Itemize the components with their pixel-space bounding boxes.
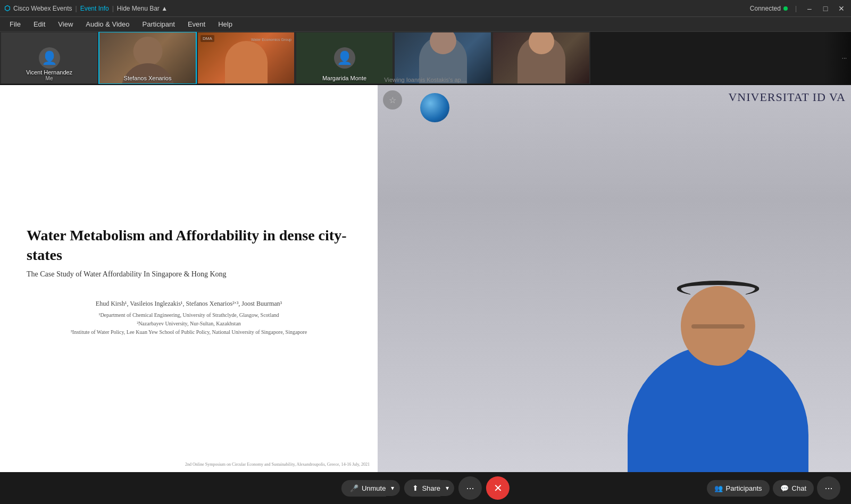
share-caret[interactable]: ▾ xyxy=(440,480,454,496)
connected-dot xyxy=(783,6,788,11)
menu-file[interactable]: File xyxy=(4,19,26,29)
star-button[interactable]: ☆ xyxy=(383,90,402,110)
chat-label: Chat xyxy=(792,484,806,492)
blue-sphere-decoration xyxy=(420,93,449,122)
menu-bar: File Edit View Audio & Video Participant… xyxy=(0,17,851,32)
unmute-button[interactable]: 🎤 Unmute xyxy=(341,480,386,497)
speaker-area: VNIVERSITAT ID VA ☆ xyxy=(378,85,851,472)
slide-authors: Ehud Kirsh¹, Vasileios Inglezakis¹, Stef… xyxy=(27,300,351,308)
share-group: ⬆ Share ▾ xyxy=(404,480,454,497)
close-button[interactable]: ✕ xyxy=(836,3,847,14)
bottom-bar: 🎤 Unmute ▾ ⬆ Share ▾ ··· ✕ xyxy=(0,472,851,504)
slide-area: Water Metabolism and Affordability in de… xyxy=(0,85,378,472)
speaker-video-bg: VNIVERSITAT ID VA ☆ xyxy=(378,85,851,472)
bottom-toolbar-right: 👥 Participants 💬 Chat ··· xyxy=(707,476,840,500)
separator2: | xyxy=(112,5,114,12)
participants-button[interactable]: 👥 Participants xyxy=(707,480,770,497)
slide-footer: 2nd Online Symposium on Circular Economy… xyxy=(185,462,370,467)
caret-icon: ▾ xyxy=(391,484,394,492)
menu-help[interactable]: Help xyxy=(213,19,238,29)
share-icon: ⬆ xyxy=(412,484,419,492)
more-options-button[interactable]: ··· xyxy=(458,476,482,500)
right-more-button[interactable]: ··· xyxy=(817,476,840,500)
event-info-link[interactable]: Event Info xyxy=(80,5,109,12)
slide-subtitle: The Case Study of Water Affordability In… xyxy=(27,270,351,279)
slide-content: Water Metabolism and Affordability in de… xyxy=(0,85,378,472)
participants-icon: 👥 xyxy=(714,484,723,492)
main-content: Water Metabolism and Affordability in de… xyxy=(0,85,851,472)
unmute-caret[interactable]: ▾ xyxy=(386,480,399,496)
slide-title: Water Metabolism and Affordability in de… xyxy=(27,226,351,265)
app-name: Cisco Webex Events xyxy=(13,5,72,12)
app-logo: ⬡ xyxy=(4,4,10,12)
share-caret-icon: ▾ xyxy=(446,484,449,492)
share-label: Share xyxy=(422,484,440,492)
connection-status: Connected xyxy=(750,5,788,12)
chat-button[interactable]: 💬 Chat xyxy=(773,480,814,497)
right-more-icon: ··· xyxy=(824,483,832,494)
speaker-figure xyxy=(585,85,851,472)
maximize-button[interactable]: □ xyxy=(820,3,831,14)
share-button[interactable]: ⬆ Share xyxy=(404,480,440,497)
menu-audio-video[interactable]: Audio & Video xyxy=(80,19,135,29)
title-bar-left: ⬡ Cisco Webex Events | Event Info | Hide… xyxy=(4,4,168,12)
participants-label: Participants xyxy=(726,484,762,492)
hide-menu-bar-btn[interactable]: Hide Menu Bar ▲ xyxy=(117,5,168,12)
menu-edit[interactable]: Edit xyxy=(28,19,51,29)
menu-participant[interactable]: Participant xyxy=(137,19,180,29)
star-icon: ☆ xyxy=(389,95,396,105)
title-bar-right: Connected | – □ ✕ xyxy=(750,3,847,14)
menu-view[interactable]: View xyxy=(53,19,78,29)
chat-icon: 💬 xyxy=(780,484,789,492)
connected-label: Connected xyxy=(750,5,781,12)
menu-event[interactable]: Event xyxy=(182,19,211,29)
minimize-button[interactable]: – xyxy=(804,3,815,14)
avatar-vicent: 👤 xyxy=(39,47,60,69)
unmute-group: 🎤 Unmute ▾ xyxy=(341,480,400,497)
participants-strip: 👤 Vicent Hernandez Me Stefanos Xenarios … xyxy=(0,32,851,85)
avatar-margarida: 👤 xyxy=(334,47,355,69)
more-dots-icon: ··· xyxy=(466,483,474,494)
slide-affiliations: ¹Department of Chemical Engineering, Uni… xyxy=(27,311,351,337)
separator1: | xyxy=(76,5,77,12)
mic-icon: 🎤 xyxy=(350,484,358,492)
title-bar: ⬡ Cisco Webex Events | Event Info | Hide… xyxy=(0,0,851,17)
end-call-button[interactable]: ✕ xyxy=(486,476,510,500)
bottom-toolbar-center: 🎤 Unmute ▾ ⬆ Share ▾ ··· ✕ xyxy=(341,476,510,500)
viewing-label: Viewing Ioannis Kostakis's ap… xyxy=(0,75,851,84)
unmute-label: Unmute xyxy=(362,484,386,492)
end-icon: ✕ xyxy=(494,482,503,494)
